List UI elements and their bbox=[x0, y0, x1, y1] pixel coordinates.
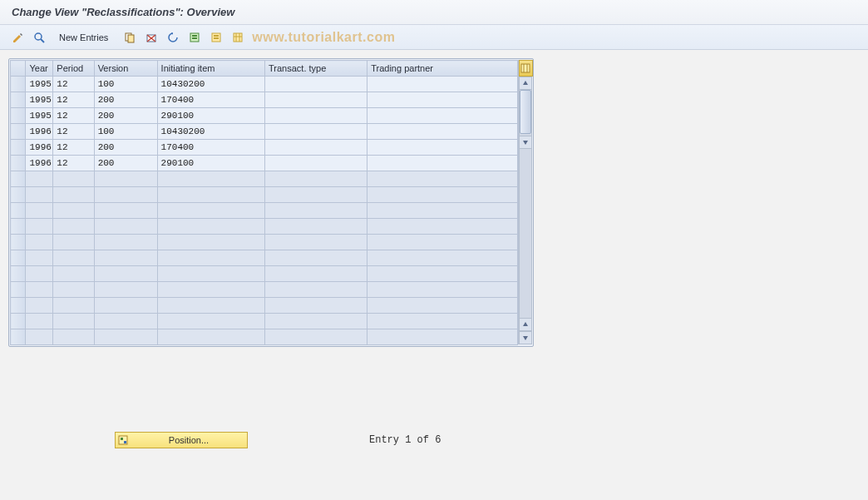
details-icon[interactable] bbox=[30, 29, 48, 46]
col-header-initiating-item[interactable]: Initiating item bbox=[157, 61, 264, 77]
toggle-display-change-icon[interactable] bbox=[8, 29, 27, 46]
cell-trading-partner[interactable] bbox=[367, 108, 518, 124]
cell-period[interactable] bbox=[53, 298, 94, 314]
cell-trading-partner[interactable] bbox=[367, 156, 518, 171]
col-header-period[interactable]: Period bbox=[53, 61, 94, 77]
delete-icon[interactable] bbox=[142, 29, 160, 46]
cell-trading-partner[interactable] bbox=[367, 282, 518, 298]
row-selector[interactable] bbox=[11, 329, 26, 345]
cell-transact-type[interactable] bbox=[265, 156, 367, 171]
cell-transact-type[interactable] bbox=[265, 108, 367, 124]
cell-year[interactable] bbox=[26, 203, 53, 219]
cell-trading-partner[interactable] bbox=[367, 187, 518, 203]
cell-trading-partner[interactable] bbox=[367, 203, 518, 219]
cell-period[interactable] bbox=[53, 250, 94, 266]
cell-trading-partner[interactable] bbox=[367, 235, 518, 250]
cell-year[interactable]: 1995 bbox=[26, 77, 53, 92]
row-selector[interactable] bbox=[11, 219, 26, 235]
cell-transact-type[interactable] bbox=[265, 77, 367, 92]
cell-transact-type[interactable] bbox=[265, 124, 367, 140]
cell-trading-partner[interactable] bbox=[367, 266, 518, 282]
cell-year[interactable] bbox=[26, 282, 53, 298]
cell-trading-partner[interactable] bbox=[367, 140, 518, 156]
cell-period[interactable] bbox=[53, 187, 94, 203]
cell-period[interactable] bbox=[53, 314, 94, 329]
cell-period[interactable]: 12 bbox=[53, 156, 94, 171]
col-header-year[interactable]: Year bbox=[26, 61, 53, 77]
cell-version[interactable]: 100 bbox=[94, 77, 157, 92]
cell-trading-partner[interactable] bbox=[367, 314, 518, 329]
deselect-all-icon[interactable] bbox=[207, 29, 225, 46]
cell-year[interactable] bbox=[26, 235, 53, 250]
cell-period[interactable]: 12 bbox=[53, 77, 94, 92]
cell-version[interactable] bbox=[94, 314, 157, 329]
cell-period[interactable] bbox=[53, 219, 94, 235]
cell-trading-partner[interactable] bbox=[367, 77, 518, 92]
cell-transact-type[interactable] bbox=[265, 171, 367, 187]
scroll-page-up-button[interactable] bbox=[519, 318, 532, 331]
cell-year[interactable] bbox=[26, 187, 53, 203]
cell-period[interactable]: 12 bbox=[53, 140, 94, 156]
cell-year[interactable]: 1996 bbox=[26, 124, 53, 140]
new-entries-button[interactable]: New Entries bbox=[53, 30, 114, 45]
cell-year[interactable] bbox=[26, 266, 53, 282]
cell-initiating-item[interactable]: 290100 bbox=[157, 156, 264, 171]
cell-year[interactable]: 1996 bbox=[26, 156, 53, 171]
cell-period[interactable] bbox=[53, 266, 94, 282]
cell-version[interactable]: 200 bbox=[94, 108, 157, 124]
undo-icon[interactable] bbox=[164, 29, 182, 46]
cell-year[interactable] bbox=[26, 171, 53, 187]
cell-period[interactable] bbox=[53, 171, 94, 187]
cell-initiating-item[interactable] bbox=[157, 235, 264, 250]
col-header-trading-partner[interactable]: Trading partner bbox=[367, 61, 518, 77]
cell-period[interactable] bbox=[53, 203, 94, 219]
cell-initiating-item[interactable] bbox=[157, 187, 264, 203]
cell-trading-partner[interactable] bbox=[367, 219, 518, 235]
cell-trading-partner[interactable] bbox=[367, 298, 518, 314]
cell-trading-partner[interactable] bbox=[367, 92, 518, 108]
cell-initiating-item[interactable] bbox=[157, 219, 264, 235]
cell-initiating-item[interactable] bbox=[157, 203, 264, 219]
scroll-track-upper[interactable] bbox=[519, 90, 532, 136]
cell-period[interactable]: 12 bbox=[53, 124, 94, 140]
cell-period[interactable]: 12 bbox=[53, 108, 94, 124]
cell-year[interactable]: 1995 bbox=[26, 92, 53, 108]
cell-initiating-item[interactable] bbox=[157, 329, 264, 345]
cell-initiating-item[interactable] bbox=[157, 298, 264, 314]
scroll-down-button[interactable] bbox=[519, 136, 532, 149]
cell-initiating-item[interactable] bbox=[157, 314, 264, 329]
cell-transact-type[interactable] bbox=[265, 203, 367, 219]
cell-trading-partner[interactable] bbox=[367, 124, 518, 140]
cell-version[interactable] bbox=[94, 219, 157, 235]
select-all-icon[interactable] bbox=[185, 29, 204, 46]
cell-initiating-item[interactable]: 170400 bbox=[157, 92, 264, 108]
cell-period[interactable] bbox=[53, 329, 94, 345]
row-selector[interactable] bbox=[11, 140, 26, 156]
scroll-thumb[interactable] bbox=[520, 90, 531, 134]
cell-initiating-item[interactable] bbox=[157, 171, 264, 187]
cell-initiating-item[interactable] bbox=[157, 266, 264, 282]
cell-version[interactable]: 100 bbox=[94, 124, 157, 140]
cell-year[interactable]: 1996 bbox=[26, 140, 53, 156]
position-button[interactable]: Position... bbox=[115, 432, 248, 448]
copy-icon[interactable] bbox=[121, 29, 139, 46]
table-configure-button[interactable] bbox=[519, 60, 533, 77]
cell-transact-type[interactable] bbox=[265, 314, 367, 329]
row-selector[interactable] bbox=[11, 298, 26, 314]
row-selector[interactable] bbox=[11, 124, 26, 140]
cell-initiating-item[interactable] bbox=[157, 282, 264, 298]
cell-version[interactable]: 200 bbox=[94, 156, 157, 171]
cell-transact-type[interactable] bbox=[265, 266, 367, 282]
row-selector-header[interactable] bbox=[11, 61, 26, 77]
cell-version[interactable] bbox=[94, 298, 157, 314]
row-selector[interactable] bbox=[11, 92, 26, 108]
cell-period[interactable] bbox=[53, 235, 94, 250]
cell-period[interactable]: 12 bbox=[53, 92, 94, 108]
cell-transact-type[interactable] bbox=[265, 140, 367, 156]
cell-transact-type[interactable] bbox=[265, 187, 367, 203]
cell-trading-partner[interactable] bbox=[367, 329, 518, 345]
cell-initiating-item[interactable]: 10430200 bbox=[157, 77, 264, 92]
cell-year[interactable] bbox=[26, 219, 53, 235]
cell-transact-type[interactable] bbox=[265, 298, 367, 314]
col-header-transact-type[interactable]: Transact. type bbox=[265, 61, 367, 77]
